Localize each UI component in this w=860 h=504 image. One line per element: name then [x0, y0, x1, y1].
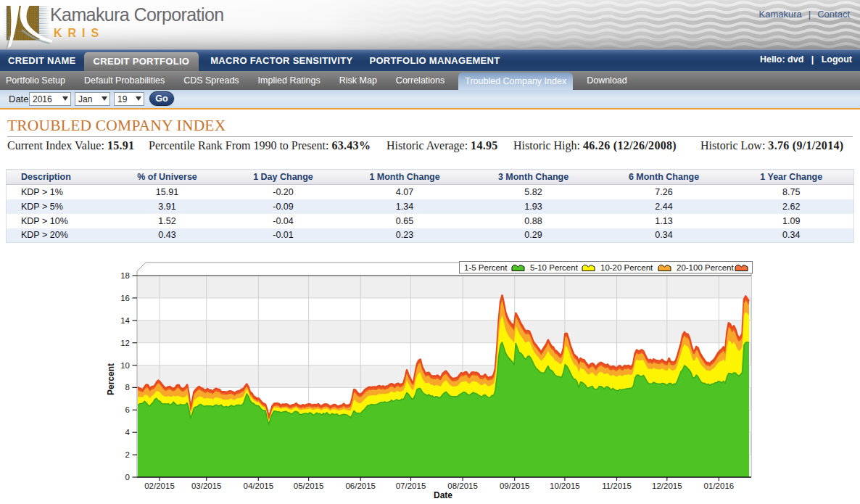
svg-text:Date: Date: [434, 490, 452, 500]
svg-text:16: 16: [120, 294, 130, 302]
svg-text:11/2015: 11/2015: [602, 482, 632, 490]
svg-text:01/2016: 01/2016: [704, 482, 735, 490]
svg-text:10-20 Percent: 10-20 Percent: [600, 263, 653, 272]
svg-text:5-10 Percent: 5-10 Percent: [530, 263, 579, 272]
svg-text:12: 12: [120, 339, 130, 347]
svg-text:0: 0: [125, 473, 130, 482]
svg-text:10/2015: 10/2015: [550, 482, 580, 490]
svg-text:6: 6: [125, 405, 130, 414]
svg-text:2: 2: [125, 450, 130, 459]
svg-text:10: 10: [120, 361, 130, 370]
svg-text:02/2015: 02/2015: [144, 482, 175, 490]
svg-text:4: 4: [125, 428, 131, 437]
svg-text:08/2015: 08/2015: [447, 482, 478, 490]
svg-text:03/2015: 03/2015: [191, 482, 222, 490]
svg-text:8: 8: [125, 383, 130, 392]
svg-text:04/2015: 04/2015: [244, 482, 274, 490]
svg-text:18: 18: [120, 271, 130, 280]
svg-text:Percent: Percent: [106, 363, 116, 395]
svg-text:05/2015: 05/2015: [294, 482, 324, 490]
svg-text:07/2015: 07/2015: [396, 482, 426, 490]
svg-text:14: 14: [120, 316, 130, 325]
svg-text:09/2015: 09/2015: [500, 482, 530, 490]
svg-text:20-100 Percent: 20-100 Percent: [677, 263, 734, 272]
svg-text:1-5 Percent: 1-5 Percent: [464, 263, 508, 272]
svg-text:06/2015: 06/2015: [345, 482, 376, 490]
svg-text:12/2015: 12/2015: [652, 482, 682, 490]
